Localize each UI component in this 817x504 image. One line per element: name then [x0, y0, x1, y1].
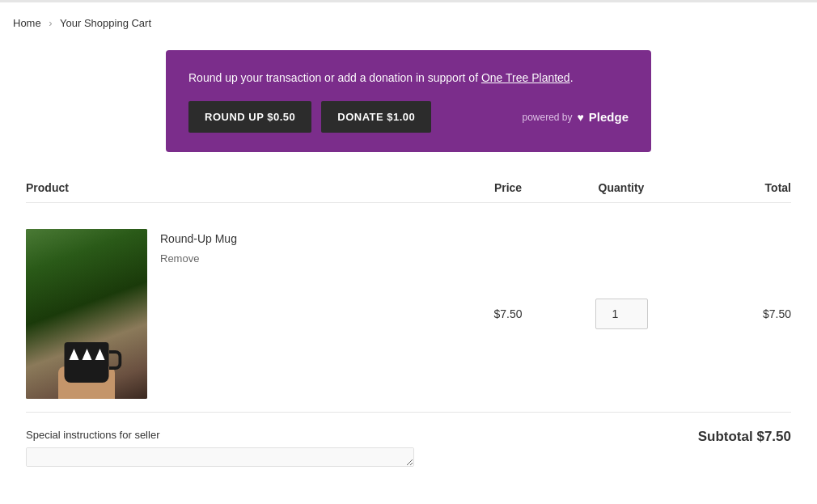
- mug-handle: [109, 350, 122, 370]
- header-price: Price: [451, 181, 565, 194]
- breadcrumb-current: Your Shopping Cart: [60, 17, 151, 29]
- header-total: Total: [678, 181, 791, 194]
- pledge-text: Round up your transaction or add a donat…: [188, 70, 629, 87]
- product-cell: Round-Up Mug Remove: [26, 229, 451, 399]
- round-up-button[interactable]: ROUND UP $0.50: [188, 101, 311, 133]
- breadcrumb-separator: ›: [49, 17, 52, 29]
- pledge-banner: Round up your transaction or add a donat…: [166, 50, 651, 152]
- tree-3: [95, 349, 104, 360]
- cart-row: Round-Up Mug Remove $7.50 $7.50: [26, 216, 791, 413]
- header-product: Product: [26, 181, 451, 194]
- product-info: Round-Up Mug Remove: [160, 229, 237, 265]
- mug-container: [65, 342, 109, 383]
- pledge-buttons-row: ROUND UP $0.50 DONATE $1.00 powered by ♥…: [188, 101, 629, 133]
- subtotal-value: $7.50: [756, 429, 791, 444]
- remove-link[interactable]: Remove: [160, 252, 199, 265]
- product-image: [26, 229, 147, 399]
- subtotal-section: Subtotal $7.50: [698, 429, 791, 445]
- cart-footer: Special instructions for seller Subtotal…: [13, 413, 804, 485]
- tree-2: [82, 349, 91, 360]
- quantity-input[interactable]: [595, 299, 648, 329]
- product-name: Round-Up Mug: [160, 232, 237, 245]
- special-instructions: Special instructions for seller: [26, 429, 414, 469]
- pledge-logo: Pledge: [589, 110, 629, 124]
- breadcrumb: Home › Your Shopping Cart: [0, 2, 817, 37]
- pledge-text-after: .: [570, 71, 574, 84]
- subtotal-label: Subtotal: [698, 429, 753, 444]
- special-instructions-input[interactable]: [26, 447, 414, 467]
- breadcrumb-home-link[interactable]: Home: [13, 17, 41, 29]
- tree-1: [69, 349, 78, 360]
- one-tree-planted-link[interactable]: One Tree Planted: [481, 71, 570, 84]
- subtotal-text: Subtotal $7.50: [698, 429, 791, 444]
- quantity-cell: [565, 299, 678, 329]
- total-cell: $7.50: [678, 307, 791, 320]
- pledge-text-before: Round up your transaction or add a donat…: [188, 71, 481, 84]
- powered-by-label: powered by: [522, 112, 572, 123]
- mug-body: [65, 342, 109, 383]
- header-quantity: Quantity: [565, 181, 678, 194]
- special-instructions-label: Special instructions for seller: [26, 429, 414, 441]
- mug-trees: [69, 349, 104, 360]
- cart-header: Product Price Quantity Total: [26, 181, 791, 203]
- powered-by-section: powered by ♥ Pledge: [522, 110, 629, 124]
- heart-icon: ♥: [578, 111, 584, 124]
- donate-button[interactable]: DONATE $1.00: [321, 101, 431, 133]
- price-cell: $7.50: [451, 307, 565, 320]
- cart-section: Product Price Quantity Total: [13, 165, 804, 413]
